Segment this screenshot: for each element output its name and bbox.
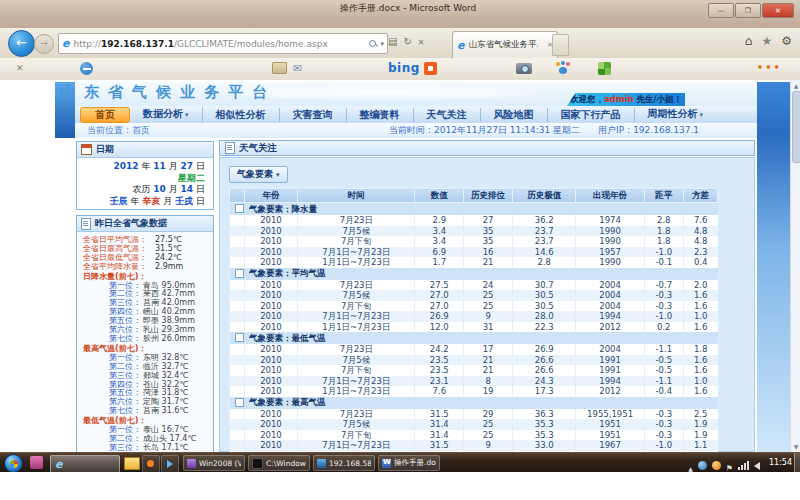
taskbar-button-0[interactable]: Win2008 (VS2...	[183, 455, 245, 471]
nav-item-label: 灾害查询	[293, 109, 333, 120]
nav-item-3[interactable]: 灾害查询	[280, 108, 347, 122]
nav-item-4[interactable]: 整编资料	[347, 108, 414, 122]
blocker-icon[interactable]	[80, 62, 93, 75]
nav-item-8[interactable]: 周期性分析	[635, 107, 717, 122]
mail-icon[interactable]	[293, 62, 302, 75]
table-cell: 21	[464, 257, 513, 268]
calendar-line-1: 星期二	[83, 173, 205, 185]
table-cell: 2012	[576, 386, 644, 397]
table-cell: -0.5	[644, 355, 683, 366]
minimize-icon	[718, 7, 725, 15]
calendar-line-0: 2012 年 11 月 27 日	[83, 161, 205, 173]
group-checkbox[interactable]	[235, 269, 244, 278]
compatibility-view-icon[interactable]	[388, 36, 397, 47]
table-cell: 7.6	[415, 386, 464, 397]
table-cell: 35.3	[513, 430, 576, 441]
close-button[interactable]	[762, 3, 794, 18]
table-cell: 31.5	[415, 440, 464, 451]
table-cell: 19	[464, 386, 513, 397]
nav-item-1[interactable]: 数据分析	[130, 107, 203, 122]
back-button[interactable]: ←	[8, 30, 35, 57]
table-cell: 24.2	[415, 344, 464, 355]
stat-value: 2.9mm	[155, 263, 183, 272]
table-cell: 22.3	[513, 322, 576, 333]
table-row: 20107月1日~7月23日6.91614.61957-1.02.3	[230, 247, 718, 258]
table-cell: 7月1日~7月23日	[298, 311, 415, 322]
favorites-star-icon[interactable]	[761, 34, 772, 48]
tools-gear-icon[interactable]	[781, 34, 792, 48]
table-cell: -0.5	[644, 365, 683, 376]
nav-item-2[interactable]: 相似性分析	[203, 108, 280, 122]
nav-item-5[interactable]: 天气关注	[414, 108, 481, 122]
breadcrumb-row: 当前位置：首页 当前时间：2012年11月27日 11:14:31 星期二 用户…	[75, 123, 757, 138]
browser-scrollbar[interactable]: ▲ ▼	[790, 80, 800, 452]
nav-item-7[interactable]: 国家下行产品	[548, 108, 635, 122]
address-bar[interactable]: e http://192.168.137.1/GLCCLIMATE/module…	[58, 33, 388, 54]
refresh-icon[interactable]	[403, 36, 411, 47]
paw-icon[interactable]	[556, 62, 570, 75]
search-dropdown-icon[interactable]	[380, 40, 384, 48]
calendar-text: 壬辰	[110, 196, 128, 206]
forward-button[interactable]: →	[34, 34, 54, 54]
scroll-thumb[interactable]	[792, 91, 800, 163]
network-icon[interactable]	[738, 461, 749, 470]
explorer-folder-icon[interactable]	[124, 457, 140, 470]
table-cell: 1.0	[683, 376, 717, 387]
group-row-3: 气象要素：最高气温	[230, 397, 718, 409]
table-cell: -0.3	[644, 419, 683, 430]
table-cell: 29	[464, 409, 513, 420]
column-header: 方差	[683, 189, 717, 203]
group-checkbox[interactable]	[235, 204, 244, 213]
show-desktop-button[interactable]	[794, 453, 800, 473]
taskbar-clock[interactable]: 11:54	[769, 458, 792, 467]
home-icon[interactable]	[745, 34, 753, 48]
scroll-down-icon[interactable]: ▼	[792, 442, 800, 451]
rank-label: 第七位：	[109, 407, 141, 416]
taskbar-button-1[interactable]: C:\Windows\s...	[248, 455, 310, 471]
element-selector-button[interactable]: 气象要素	[229, 166, 288, 183]
browser-tab[interactable]: e 山东省气候业务平...	[452, 31, 558, 58]
taskbar-media-button-2[interactable]	[161, 455, 179, 473]
toolbar-more-button[interactable]: •••	[757, 62, 782, 73]
volume-icon[interactable]	[754, 462, 760, 470]
table-cell: 2010	[244, 301, 298, 312]
group-label: 气象要素：平均气温	[249, 268, 326, 278]
group-checkbox[interactable]	[235, 333, 244, 342]
calendar-body: 2012 年 11 月 27 日星期二农历 10 月 14 日壬辰 年 辛亥 月…	[77, 158, 213, 207]
yesterday-title: 昨日全省气象数据	[95, 217, 167, 230]
stat-line: 全省平均降水量：2.9mm	[83, 263, 211, 272]
taskbar-button-browser[interactable]: e	[50, 455, 120, 473]
taskbar-button-label: C:\Windows\s...	[266, 459, 306, 468]
camera-icon[interactable]	[516, 63, 532, 74]
bing-toolbar[interactable]: bing	[388, 61, 437, 75]
taskbar-button-2[interactable]: 192.168.58.99...	[313, 455, 375, 471]
new-tab-button[interactable]	[552, 34, 569, 56]
taskbar-button-3[interactable]: 操作手册.docx ...	[378, 455, 440, 471]
nav-item-0[interactable]: 首页	[80, 107, 130, 123]
stop-icon[interactable]	[418, 36, 425, 47]
tray-app-icon-blue[interactable]	[698, 461, 707, 470]
maximize-button[interactable]	[735, 3, 761, 18]
table-cell: 23.5	[415, 355, 464, 366]
group-label: 气象要素：最低气温	[249, 333, 326, 343]
pinned-app-icon[interactable]	[30, 456, 43, 469]
taskbar-media-button-1[interactable]	[142, 455, 160, 473]
card-icon[interactable]	[272, 62, 287, 74]
table-cell: 1951	[576, 430, 644, 441]
nav-item-6[interactable]: 风险地图	[481, 108, 548, 122]
scroll-up-icon[interactable]: ▲	[792, 81, 800, 90]
group-checkbox[interactable]	[235, 398, 244, 407]
table-row: 20107月5候27.02530.52004-0.31.6	[230, 290, 718, 301]
table-cell: 1.0	[683, 311, 717, 322]
start-button[interactable]	[4, 454, 23, 473]
toolbar-close-icon[interactable]	[16, 63, 24, 73]
apps-grid-icon[interactable]	[598, 62, 611, 75]
calendar-icon	[81, 144, 92, 155]
stat-label: 全省平均降水量：	[83, 263, 155, 272]
table-cell: 7月1日~7月23日	[298, 440, 415, 451]
calendar-text: 月	[166, 184, 181, 194]
tray-app-icon-orange[interactable]	[712, 461, 721, 470]
search-icon[interactable]	[369, 40, 377, 48]
minimize-button[interactable]	[708, 3, 734, 18]
row-select-cell	[230, 355, 245, 366]
